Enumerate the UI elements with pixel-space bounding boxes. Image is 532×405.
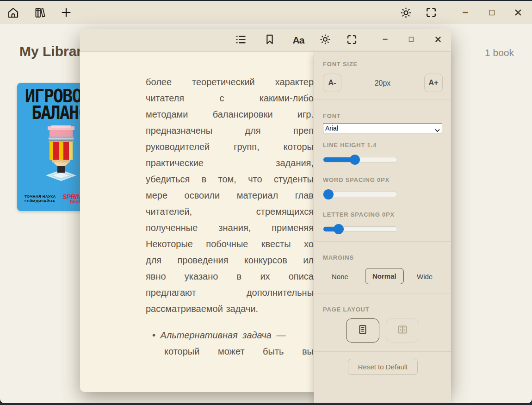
line-height-slider[interactable] <box>323 157 397 162</box>
font-size-label: FONT SIZE <box>323 61 358 68</box>
text-line: читателя с какими-либо <box>146 90 314 106</box>
library-button[interactable] <box>33 6 46 19</box>
close-icon <box>433 34 443 46</box>
typography-icon: Aa <box>293 35 304 46</box>
margins-label: MARGINS <box>323 254 354 261</box>
divider <box>314 100 451 100</box>
divider <box>314 351 451 352</box>
page-layout-label: PAGE LAYOUT <box>323 306 370 313</box>
reader-fullscreen-button[interactable] <box>345 34 358 47</box>
reset-to-default-button[interactable]: Reset to Default <box>348 359 418 375</box>
text-line: убедиться в том, что студенты <box>146 171 314 187</box>
window-minimize-button[interactable] <box>459 6 472 19</box>
divider <box>314 293 451 293</box>
text-line: Некоторые побочные квесты хо <box>146 236 314 252</box>
margins-option-wide[interactable]: Wide <box>417 273 433 280</box>
reader-maximize-button[interactable] <box>405 34 418 47</box>
text-line: практические задания, <box>146 155 314 171</box>
text-line: явно указано в их описа <box>146 268 314 285</box>
pixel-pencil-illustration <box>36 125 87 185</box>
text-line: предлагают дополнительны <box>146 285 314 301</box>
page-text: более теоретический характер читателя с … <box>146 74 314 360</box>
double-page-icon <box>396 324 408 337</box>
library-icon <box>34 6 46 19</box>
text-line: методами балансировки игр. <box>146 106 314 123</box>
slider-thumb[interactable] <box>323 189 334 199</box>
bullet-line: • Альтернативная задача — <box>152 327 314 343</box>
add-book-button[interactable] <box>60 6 73 19</box>
word-spacing-slider[interactable] <box>323 192 397 197</box>
slider-thumb[interactable] <box>334 224 344 234</box>
fullscreen-icon <box>425 6 438 19</box>
maximize-icon <box>406 34 416 46</box>
line-height-label: LINE HEIGHT 1.4 <box>323 142 377 149</box>
text-line: полученные знания, применяя <box>146 220 314 236</box>
brightness-button[interactable] <box>399 6 412 19</box>
maximize-icon <box>486 7 497 18</box>
divider <box>314 241 451 242</box>
plus-icon <box>60 6 73 19</box>
text-line: предназначены для преп <box>146 123 314 139</box>
screen: My Library 1 book ИГРОВОЙ БАЛАНС <box>0 0 532 405</box>
slider-fill <box>323 227 339 231</box>
slider-fill <box>323 157 355 162</box>
brightness-icon <box>319 33 331 47</box>
slider-fill <box>323 192 328 197</box>
book-cover-tagline: ТОЧНАЯ НАУКА ГЕЙМДИЗАЙНА <box>25 194 56 204</box>
bookmark-icon <box>264 33 276 47</box>
toc-button[interactable] <box>234 34 247 47</box>
typography-button[interactable]: Aa <box>292 34 305 47</box>
minimize-icon <box>380 34 390 46</box>
home-button[interactable] <box>6 6 19 19</box>
bullet-line: который может быть вы <box>152 343 314 360</box>
reader-minimize-button[interactable] <box>379 34 392 47</box>
minimize-icon <box>460 7 471 18</box>
text-line: руководителей групп, которы <box>146 139 314 155</box>
bullet-marker: • <box>152 330 155 340</box>
page-title: My Library <box>19 44 90 59</box>
bullet-item: • Альтернативная задача — который может … <box>146 327 314 360</box>
page-layout-single-button[interactable] <box>346 318 379 343</box>
text-line: для проведения конкурсов ил <box>146 252 314 268</box>
margins-option-normal[interactable]: Normal <box>365 268 404 284</box>
reader-brightness-button[interactable] <box>319 34 332 47</box>
app-toolbar <box>0 1 532 24</box>
window-maximize-button[interactable] <box>485 6 498 19</box>
text-line: рассматриваемой задачи. <box>146 301 314 317</box>
text-line: читателей, стремящихся <box>146 204 314 220</box>
fullscreen-icon <box>346 33 358 48</box>
home-icon <box>7 6 19 19</box>
font-select[interactable]: Arial <box>323 123 442 133</box>
single-page-icon <box>357 324 369 337</box>
app-window: My Library 1 book ИГРОВОЙ БАЛАНС <box>0 0 532 403</box>
font-size-increase-button[interactable]: A+ <box>424 74 443 92</box>
reader-window: Aa <box>80 29 451 392</box>
reader-toolbar: Aa <box>80 29 451 52</box>
window-close-button[interactable] <box>512 6 525 19</box>
typography-settings-panel: FONT SIZE A- 20px A+ FONT Arial LINE HEI… <box>314 52 451 403</box>
bookmark-button[interactable] <box>263 34 276 47</box>
word-spacing-label: WORD SPACING 0PX <box>323 176 390 183</box>
letter-spacing-label: LETTER SPACING 0PX <box>323 211 395 218</box>
fullscreen-button[interactable] <box>425 6 438 19</box>
book-count: 1 book <box>485 47 514 58</box>
toc-icon <box>235 33 247 48</box>
text-line: более теоретический характер <box>146 74 314 90</box>
page-layout-double-button[interactable] <box>386 318 419 343</box>
slider-thumb[interactable] <box>350 155 360 165</box>
margins-option-none[interactable]: None <box>332 273 348 280</box>
letter-spacing-slider[interactable] <box>323 226 397 232</box>
close-icon <box>513 7 524 18</box>
reader-close-button[interactable] <box>432 34 445 47</box>
brightness-icon <box>400 6 412 19</box>
font-label: FONT <box>323 112 341 119</box>
font-select-wrap: Arial <box>323 123 442 133</box>
text-line: мере освоили материал глав <box>146 187 314 204</box>
